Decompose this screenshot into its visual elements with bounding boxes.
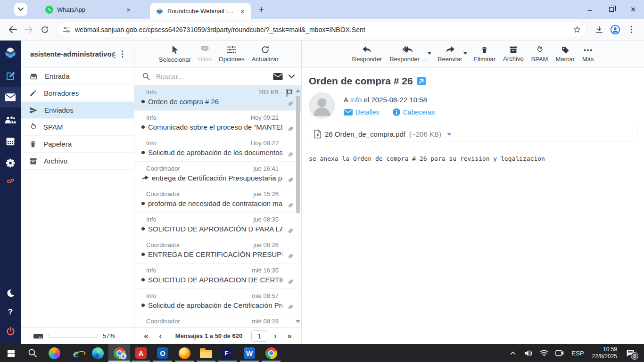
archive-icon <box>509 46 518 54</box>
calendar-nav-button[interactable] <box>0 132 21 151</box>
tab-close-icon[interactable]: × <box>125 6 132 14</box>
message-list-item[interactable]: Info jue 08:35 SOLICITUD DE APROBACIÓN D… <box>134 213 301 238</box>
details-toggle[interactable]: Detalles <box>344 108 380 116</box>
help-button[interactable]: ? <box>0 303 21 321</box>
address-bar[interactable]: webmail.sanjuan.gob.ec/cpsess6426731059/… <box>57 22 587 37</box>
downloads-button[interactable] <box>591 22 607 38</box>
account-menu-button[interactable]: ⋮ <box>116 49 129 59</box>
message-list-item[interactable]: Info mié 16:35 SOLICITUD DE APROBACION D… <box>134 263 301 289</box>
file-explorer-button[interactable] <box>195 344 217 362</box>
logout-button[interactable] <box>0 321 21 340</box>
tab-search-button[interactable] <box>14 3 27 16</box>
reply-all-dropdown-caret[interactable] <box>428 52 431 55</box>
next-page-button[interactable]: › <box>269 331 281 341</box>
folder-papelera[interactable]: Papelera <box>21 136 134 153</box>
f-app-button[interactable]: F≡ <box>217 344 239 362</box>
scroll-down-arrow[interactable] <box>296 320 300 323</box>
archive-button[interactable]: Archivo <box>503 46 523 62</box>
spam-button[interactable]: SPAM <box>531 46 548 63</box>
last-page-button[interactable]: » <box>283 331 296 341</box>
attachment-name[interactable]: 26 Orden_de_compra.pdf <box>325 130 405 138</box>
forward-button[interactable] <box>21 22 37 38</box>
acrobat-button[interactable]: A <box>130 344 152 362</box>
folder-spam[interactable]: SPAM <box>21 119 134 136</box>
edge-button[interactable] <box>87 344 108 362</box>
internet-explorer-button[interactable]: e <box>65 344 87 362</box>
attachment-dropdown-caret[interactable] <box>447 133 452 136</box>
start-button[interactable] <box>0 344 22 362</box>
search-options-chevron-icon[interactable] <box>289 74 295 79</box>
wifi-button[interactable] <box>538 344 550 362</box>
headers-toggle[interactable]: Cabeceras <box>393 108 435 116</box>
tray-expand-button[interactable] <box>507 344 519 362</box>
more-button[interactable]: Más <box>582 46 594 63</box>
search-bar[interactable]: Buscar... <box>134 68 301 85</box>
forward-dropdown-caret[interactable] <box>463 52 467 55</box>
browser-menu-button[interactable]: ⋮ <box>623 22 639 38</box>
tab-roundcube-active[interactable]: Roundcube Webmail :: Enviados × <box>150 3 251 19</box>
flag-icon[interactable] <box>286 89 294 97</box>
message-list-item[interactable]: Info 283 KB Orden de compra # 26 <box>134 85 301 111</box>
bookmark-star-icon[interactable] <box>573 25 581 34</box>
delete-button[interactable]: Eliminar <box>473 46 495 63</box>
chrome-button[interactable] <box>260 344 282 362</box>
dark-mode-button[interactable] <box>0 284 21 303</box>
scroll-up-arrow[interactable] <box>296 89 300 92</box>
volume-button[interactable] <box>522 344 535 362</box>
list-scrollbar[interactable] <box>295 87 301 325</box>
refresh-button[interactable]: Actualizar <box>252 45 279 63</box>
minimize-button[interactable]: – <box>579 0 601 19</box>
message-list-item[interactable]: Info mié 08:57 Solicitud de aprobación d… <box>134 289 301 314</box>
compose-button[interactable] <box>0 66 21 85</box>
taskbar-clock[interactable]: 10:59 22/8/2025 <box>590 346 619 360</box>
prev-page-button[interactable]: ‹ <box>154 331 166 341</box>
taskbar-search-button[interactable] <box>22 344 43 362</box>
first-page-button[interactable]: « <box>140 331 152 341</box>
search-scope-mail-icon[interactable] <box>273 73 283 80</box>
reply-all-button[interactable]: Responder ... <box>389 46 426 63</box>
forward-button[interactable]: Reenviar <box>438 46 462 63</box>
recipient-link[interactable]: Info <box>350 96 362 104</box>
options-button[interactable]: Opciones <box>219 45 245 63</box>
outlook-button[interactable]: O <box>152 344 173 362</box>
restore-button[interactable] <box>601 0 622 19</box>
message-list-item[interactable]: Coordinador jue 16:41 entrega de Certifi… <box>134 162 301 187</box>
message-list-item[interactable]: Info Hoy 09:22 Comunicado sobre el proce… <box>134 111 301 136</box>
folder-archivo[interactable]: Archivo <box>21 153 134 170</box>
paperclip-icon <box>287 151 294 159</box>
open-in-new-window-button[interactable] <box>417 77 426 85</box>
folder-borradores[interactable]: Borradores <box>21 85 134 102</box>
message-list-item[interactable]: Info Hoy 08:27 Solicitud de aprobación d… <box>134 136 301 162</box>
message-list-item[interactable]: Coordinador jue 08:26 ENTREGA DE CERTIFI… <box>134 238 301 263</box>
copilot-button[interactable] <box>43 344 65 362</box>
language-indicator[interactable]: ESP <box>569 350 587 357</box>
profile-avatar[interactable] <box>607 22 623 38</box>
settings-nav-button[interactable] <box>0 154 21 173</box>
scrollbar-thumb[interactable] <box>296 96 300 214</box>
reply-button[interactable]: Responder <box>352 46 382 63</box>
folder-enviados[interactable]: Enviados <box>21 102 134 119</box>
mail-nav-button[interactable] <box>0 87 21 107</box>
back-button[interactable] <box>5 22 21 38</box>
select-button[interactable]: Seleccionar <box>159 45 191 63</box>
cpanel-icon[interactable]: cP <box>0 174 21 188</box>
word-button[interactable]: W <box>239 344 260 362</box>
threads-button[interactable]: Hilos <box>198 45 212 63</box>
close-button[interactable]: × <box>622 0 644 19</box>
attachment-bar[interactable]: 26 Orden_de_compra.pdf (~206 KB) <box>309 127 637 141</box>
contacts-nav-button[interactable] <box>0 110 21 129</box>
new-tab-button[interactable]: + <box>258 4 264 15</box>
tab-close-icon[interactable]: × <box>239 7 246 15</box>
firefox-button[interactable] <box>173 344 195 362</box>
message-list-item[interactable]: Coordinador jue 15:26 proforma de necesi… <box>134 187 301 213</box>
mark-button[interactable]: Marcar <box>555 46 574 63</box>
page-number-input[interactable]: 1 <box>251 330 267 342</box>
meet-now-button[interactable] <box>553 344 566 362</box>
folder-entrada[interactable]: Entrada <box>21 68 134 85</box>
reload-button[interactable] <box>37 22 53 38</box>
url-text[interactable]: webmail.sanjuan.gob.ec/cpsess6426731059/… <box>75 26 568 33</box>
chrome-profile-button[interactable] <box>108 344 130 362</box>
message-list-item[interactable]: Coordinador mié 08:28 <box>134 314 301 327</box>
tab-whatsapp[interactable]: WhatsApp × <box>40 0 137 19</box>
action-center-button[interactable]: 8 <box>622 344 638 362</box>
